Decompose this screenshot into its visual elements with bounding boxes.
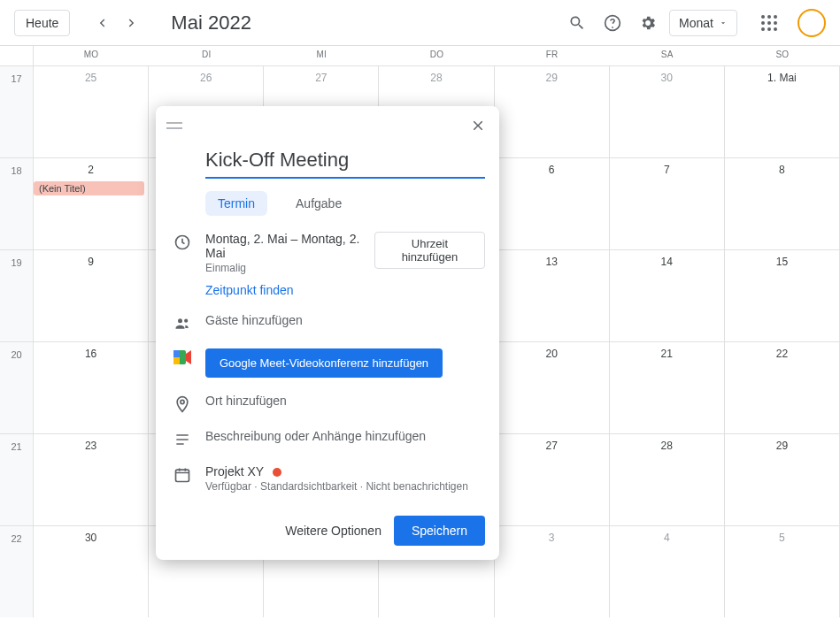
avatar[interactable]: [798, 9, 826, 37]
day-number: 29: [725, 440, 839, 452]
day-number: 20: [495, 348, 609, 360]
drag-handle-icon[interactable]: [163, 118, 186, 134]
day-number: 7: [610, 164, 724, 176]
day-cell[interactable]: 4: [610, 525, 725, 617]
save-button[interactable]: Speichern: [394, 516, 485, 546]
event-chip[interactable]: (Kein Titel): [34, 181, 144, 195]
day-cell[interactable]: 30: [34, 525, 149, 617]
week-number: 21: [0, 433, 34, 525]
day-number: 30: [34, 532, 148, 544]
weekday-label: DI: [149, 46, 264, 65]
today-button[interactable]: Heute: [14, 10, 70, 36]
meet-icon: [170, 348, 195, 364]
settings-button[interactable]: [634, 9, 662, 37]
find-time-link[interactable]: Zeitpunkt finden: [205, 283, 294, 297]
event-type-tabs: Termin Aufgabe: [205, 191, 485, 216]
calendar-color-dot: [273, 468, 281, 477]
apps-button[interactable]: [755, 9, 783, 37]
svg-rect-4: [173, 350, 180, 357]
event-date-range[interactable]: Montag, 2. Mai – Montag, 2. Mai: [205, 232, 374, 260]
app-header: Heute Mai 2022 Monat: [0, 0, 840, 46]
event-create-dialog: Termin Aufgabe Montag, 2. Mai – Montag, …: [156, 106, 499, 560]
people-icon: [170, 313, 195, 333]
day-cell[interactable]: 3: [495, 525, 610, 617]
location-row[interactable]: Ort hinzufügen: [170, 394, 485, 413]
prev-arrow-button[interactable]: [88, 9, 116, 37]
day-cell[interactable]: 14: [610, 249, 725, 341]
day-cell[interactable]: 21: [610, 341, 725, 433]
svg-rect-5: [173, 357, 180, 364]
add-meet-button[interactable]: Google Meet-Videokonferenz hinzufügen: [205, 348, 443, 378]
clock-icon: [170, 232, 195, 251]
calendar-icon: [170, 464, 195, 484]
day-number: 30: [610, 72, 724, 84]
day-number: 6: [495, 164, 609, 176]
calendar-row[interactable]: Projekt XY Verfügbar · Standardsichtbark…: [170, 464, 485, 493]
description-placeholder: Beschreibung oder Anhänge hinzufügen: [205, 429, 485, 443]
close-button[interactable]: [464, 111, 492, 140]
day-cell[interactable]: 5: [725, 525, 840, 617]
view-dropdown[interactable]: Monat: [669, 10, 737, 36]
day-cell[interactable]: 7: [610, 157, 725, 249]
day-cell[interactable]: 13: [495, 249, 610, 341]
weekday-header: MO DI MI DO FR SA SO: [0, 46, 840, 65]
day-cell[interactable]: 30: [610, 65, 725, 157]
day-cell[interactable]: 9: [34, 249, 149, 341]
dialog-header: [156, 106, 499, 145]
day-cell[interactable]: 23: [34, 433, 149, 525]
dialog-actions: Weitere Optionen Speichern: [156, 503, 499, 560]
gear-icon: [639, 14, 657, 32]
guests-row[interactable]: Gäste hinzufügen: [170, 313, 485, 333]
description-row[interactable]: Beschreibung oder Anhänge hinzufügen: [170, 429, 485, 448]
week-number: 22: [0, 525, 34, 617]
day-number: 1. Mai: [725, 72, 839, 84]
day-number: 26: [149, 72, 263, 84]
chevron-down-icon: [719, 19, 728, 27]
location-placeholder: Ort hinzufügen: [205, 394, 485, 408]
week-number: 18: [0, 157, 34, 249]
weekday-label: FR: [495, 46, 610, 65]
weekday-label: SO: [725, 46, 840, 65]
day-cell[interactable]: 22: [725, 341, 840, 433]
day-cell[interactable]: 28: [610, 433, 725, 525]
guests-placeholder: Gäste hinzufügen: [205, 313, 485, 327]
search-button[interactable]: [563, 9, 591, 37]
day-cell[interactable]: 2(Kein Titel): [34, 157, 149, 249]
day-cell[interactable]: 15: [725, 249, 840, 341]
svg-point-1: [178, 318, 182, 323]
day-number: 3: [495, 532, 609, 544]
help-icon: [604, 14, 621, 32]
location-icon: [170, 394, 195, 413]
day-cell[interactable]: 16: [34, 341, 149, 433]
month-title: Mai 2022: [171, 11, 251, 34]
calendar-details: Verfügbar · Standardsichtbarkeit · Nicht…: [205, 480, 485, 493]
event-title-input[interactable]: [205, 145, 485, 179]
day-number: 8: [725, 164, 839, 176]
day-cell[interactable]: 1. Mai: [725, 65, 840, 157]
day-number: 15: [725, 256, 839, 268]
add-time-button[interactable]: Uhrzeit hinzufügen: [374, 232, 485, 269]
day-cell[interactable]: 6: [495, 157, 610, 249]
next-arrow-button[interactable]: [118, 9, 146, 37]
recurrence-label[interactable]: Einmalig: [205, 262, 374, 274]
day-cell[interactable]: 25: [34, 65, 149, 157]
tab-aufgabe[interactable]: Aufgabe: [283, 191, 354, 216]
day-number: 9: [34, 256, 148, 268]
more-options-button[interactable]: Weitere Optionen: [285, 524, 381, 538]
day-cell[interactable]: 27: [495, 433, 610, 525]
day-cell[interactable]: 20: [495, 341, 610, 433]
day-number: 14: [610, 256, 724, 268]
weekday-label: MO: [34, 46, 149, 65]
day-cell[interactable]: 8: [725, 157, 840, 249]
day-number: 22: [725, 348, 839, 360]
help-button[interactable]: [598, 9, 627, 37]
day-number: 16: [34, 348, 148, 360]
day-number: 23: [34, 440, 148, 452]
chevron-right-icon: [124, 15, 140, 31]
time-row: Montag, 2. Mai – Montag, 2. Mai Einmalig…: [170, 232, 485, 274]
week-number: 20: [0, 341, 34, 433]
tab-termin[interactable]: Termin: [205, 191, 267, 216]
day-cell[interactable]: 29: [495, 65, 610, 157]
chevron-left-icon: [94, 15, 110, 31]
day-cell[interactable]: 29: [725, 433, 840, 525]
